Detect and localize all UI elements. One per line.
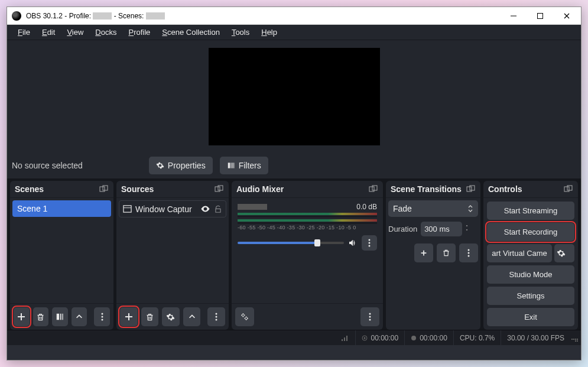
menu-scene-collection[interactable]: Scene Collection bbox=[156, 26, 226, 38]
popout-icon[interactable] bbox=[99, 185, 109, 193]
svg-rect-39 bbox=[564, 187, 569, 191]
svg-rect-17 bbox=[218, 186, 223, 190]
popout-icon[interactable] bbox=[564, 185, 573, 193]
svg-point-30 bbox=[245, 317, 248, 320]
svg-point-38 bbox=[468, 255, 470, 257]
audio-meter bbox=[238, 219, 377, 222]
svg-rect-18 bbox=[124, 206, 131, 212]
sources-header: Sources bbox=[116, 181, 229, 198]
audio-meter bbox=[238, 213, 377, 215]
add-scene-button[interactable] bbox=[14, 307, 30, 326]
remove-transition-button[interactable] bbox=[437, 243, 456, 262]
menu-edit[interactable]: Edit bbox=[36, 26, 61, 38]
menu-file[interactable]: File bbox=[12, 26, 36, 38]
duration-input[interactable] bbox=[421, 222, 462, 236]
properties-button[interactable]: Properties bbox=[149, 157, 213, 174]
advanced-audio-button[interactable] bbox=[235, 307, 254, 326]
scene-more-button[interactable] bbox=[94, 307, 110, 326]
transition-select[interactable]: Fade bbox=[388, 200, 478, 217]
filters-button[interactable]: Filters bbox=[220, 157, 268, 174]
speaker-icon[interactable] bbox=[347, 238, 358, 248]
audio-track-more-button[interactable] bbox=[362, 235, 377, 251]
remove-source-button[interactable] bbox=[141, 307, 159, 326]
audio-more-button[interactable] bbox=[360, 307, 379, 326]
remove-scene-button[interactable] bbox=[33, 307, 49, 326]
titlebar: OBS 30.1.2 - Profile: - Scenes: bbox=[7, 7, 581, 25]
add-source-button[interactable] bbox=[120, 307, 138, 326]
source-properties-button[interactable] bbox=[162, 307, 180, 326]
svg-point-13 bbox=[101, 313, 103, 315]
status-fps: 30.00 / 30.00 FPS bbox=[501, 330, 570, 345]
scenes-header: Scenes bbox=[10, 181, 113, 198]
svg-rect-11 bbox=[60, 314, 61, 320]
svg-rect-25 bbox=[372, 186, 377, 190]
scene-up-button[interactable] bbox=[72, 307, 87, 326]
no-source-label: No source selected bbox=[12, 161, 83, 170]
status-network bbox=[335, 330, 355, 345]
source-item[interactable]: Window Captur bbox=[119, 200, 226, 217]
preview-canvas[interactable] bbox=[209, 48, 380, 145]
filters-icon bbox=[227, 161, 235, 170]
source-up-button[interactable] bbox=[183, 307, 201, 326]
menu-help[interactable]: Help bbox=[255, 26, 283, 38]
transitions-dock: Scene Transitions Fade Duration ˄˅ bbox=[386, 181, 480, 330]
menu-docks[interactable]: Docks bbox=[89, 26, 122, 38]
svg-rect-6 bbox=[232, 163, 232, 168]
svg-point-20 bbox=[204, 208, 206, 210]
settings-button[interactable]: Settings bbox=[487, 287, 574, 305]
sources-footer bbox=[116, 303, 229, 330]
unlock-icon[interactable] bbox=[214, 205, 222, 213]
svg-rect-40 bbox=[567, 186, 572, 190]
trash-icon bbox=[36, 313, 45, 321]
plus-icon bbox=[124, 312, 134, 321]
menu-view[interactable]: View bbox=[61, 26, 89, 38]
window-title: OBS 30.1.2 - Profile: - Scenes: bbox=[26, 12, 165, 20]
audio-header: Audio Mixer bbox=[232, 181, 383, 198]
gear-icon bbox=[557, 249, 566, 258]
audio-mixer-dock: Audio Mixer 0.0 dB -60 -55 -50 -45 -40 -… bbox=[232, 181, 383, 330]
updown-icon bbox=[467, 204, 473, 213]
docks-row: Scenes Scene 1 Sources bbox=[7, 178, 581, 330]
close-button[interactable] bbox=[553, 8, 580, 24]
scene-filter-button[interactable] bbox=[52, 307, 68, 326]
start-streaming-button[interactable]: Start Streaming bbox=[487, 202, 574, 220]
svg-point-36 bbox=[468, 249, 470, 251]
svg-point-32 bbox=[369, 316, 371, 318]
virtual-camera-settings-button[interactable] bbox=[554, 244, 574, 262]
exit-button[interactable]: Exit bbox=[487, 308, 574, 326]
svg-rect-34 bbox=[467, 187, 472, 191]
svg-rect-1 bbox=[537, 13, 542, 18]
popout-icon[interactable] bbox=[215, 185, 224, 193]
duration-label: Duration bbox=[388, 225, 417, 233]
virtual-camera-button[interactable]: art Virtual Came bbox=[487, 244, 552, 262]
source-more-button[interactable] bbox=[207, 307, 225, 326]
scene-item[interactable]: Scene 1 bbox=[12, 200, 111, 217]
start-recording-button[interactable]: Start Recording bbox=[487, 223, 574, 241]
more-vert-icon bbox=[467, 249, 470, 257]
svg-rect-41 bbox=[342, 339, 343, 341]
svg-rect-16 bbox=[215, 187, 220, 191]
studio-mode-button[interactable]: Studio Mode bbox=[487, 265, 574, 284]
obs-window: OBS 30.1.2 - Profile: - Scenes: File Edi… bbox=[7, 7, 581, 360]
maximize-button[interactable] bbox=[527, 8, 553, 24]
transition-more-button[interactable] bbox=[459, 243, 478, 262]
popout-icon[interactable] bbox=[466, 185, 476, 193]
svg-rect-8 bbox=[100, 187, 105, 191]
status-stream: 00:00:00 bbox=[355, 330, 404, 345]
controls-dock: Controls Start Streaming Start Recording… bbox=[483, 181, 578, 330]
menu-tools[interactable]: Tools bbox=[226, 26, 255, 38]
more-vert-icon bbox=[368, 239, 371, 247]
popout-icon[interactable] bbox=[369, 185, 378, 193]
add-transition-button[interactable] bbox=[414, 243, 433, 262]
signal-icon bbox=[341, 334, 349, 342]
volume-slider[interactable] bbox=[238, 242, 344, 244]
duration-spinner[interactable]: ˄˅ bbox=[466, 225, 468, 233]
menu-profile[interactable]: Profile bbox=[122, 26, 156, 38]
trash-icon bbox=[145, 313, 154, 321]
window-icon bbox=[123, 204, 132, 213]
eye-icon[interactable] bbox=[200, 204, 210, 214]
resize-grip[interactable] bbox=[570, 334, 579, 342]
obs-logo-icon bbox=[12, 11, 21, 21]
minimize-button[interactable] bbox=[500, 8, 527, 24]
status-record: 00:00:00 bbox=[404, 330, 453, 345]
